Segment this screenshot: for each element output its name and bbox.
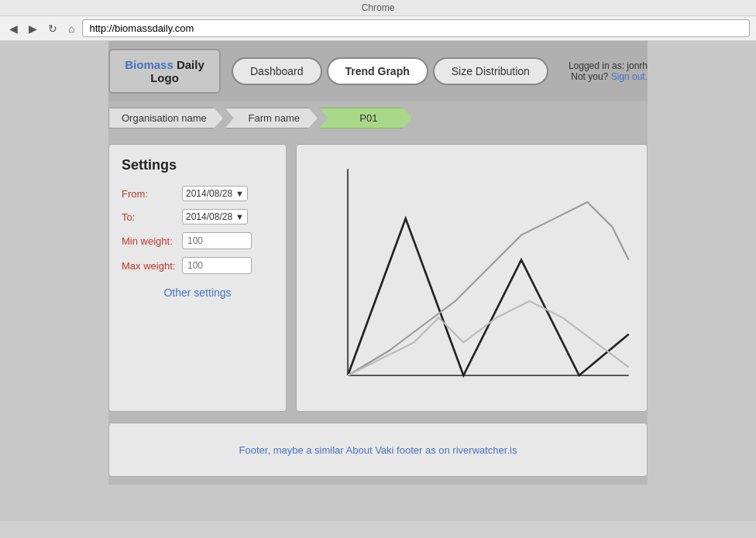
address-bar[interactable]	[82, 19, 750, 37]
browser-title: Chrome	[362, 2, 395, 13]
logo-box: Biomass Daily Logo	[108, 49, 221, 94]
footer-bottom: Footer, maybe a similar About Vaki foote…	[108, 423, 648, 485]
to-label: To:	[122, 211, 177, 223]
from-date-value: 2014/08/28	[186, 188, 232, 199]
breadcrumb-pen[interactable]: P01	[319, 108, 412, 129]
min-weight-input[interactable]	[182, 232, 252, 249]
browser-toolbar: ◀ ▶ ↻ ⌂	[0, 16, 756, 41]
to-date-value: 2014/08/28	[186, 211, 232, 222]
sign-out-link[interactable]: Sign out.	[611, 71, 648, 82]
settings-min-weight-row: Min weight:	[122, 232, 273, 249]
from-date-select[interactable]: 2014/08/28 ▼	[182, 186, 248, 201]
settings-panel: Settings From: 2014/08/28 ▼ To: 2014/08/…	[108, 144, 287, 412]
footer-text: Footer, maybe a similar About Vaki foote…	[239, 444, 517, 456]
nav-tabs: Dashboard Trend Graph Size Distribution	[232, 57, 561, 85]
user-sign-out: Not you? Sign out.	[569, 71, 648, 82]
trend-chart	[304, 152, 639, 400]
breadcrumb-org[interactable]: Organisation name	[108, 108, 223, 129]
user-logged-in-text: Logged in as: jonrh	[569, 60, 648, 71]
logo-text-daily: Daily	[177, 58, 204, 71]
from-date-arrow[interactable]: ▼	[235, 189, 244, 198]
browser-titlebar: Chrome	[0, 0, 756, 16]
home-button[interactable]: ⌂	[65, 21, 77, 36]
back-button[interactable]: ◀	[6, 21, 21, 36]
settings-to-row: To: 2014/08/28 ▼	[122, 209, 273, 224]
other-settings-link[interactable]: Other settings	[122, 286, 273, 299]
site-footer: Footer, maybe a similar About Vaki foote…	[108, 423, 648, 477]
settings-from-row: From: 2014/08/28 ▼	[122, 186, 273, 201]
to-date-select[interactable]: 2014/08/28 ▼	[182, 209, 248, 224]
max-weight-input[interactable]	[182, 257, 252, 274]
user-info: Logged in as: jonrh Not you? Sign out.	[569, 60, 648, 82]
page-wrapper: Biomass Daily Logo Dashboard Trend Graph…	[0, 41, 756, 521]
breadcrumb-bar: Organisation name Farm name P01	[108, 101, 648, 136]
tab-trend-graph[interactable]: Trend Graph	[327, 57, 428, 85]
settings-title: Settings	[122, 157, 273, 173]
refresh-button[interactable]: ↻	[45, 21, 60, 36]
max-weight-label: Max weight:	[122, 260, 177, 272]
min-weight-label: Min weight:	[122, 235, 177, 247]
logo-text-logo: Logo	[150, 71, 179, 84]
settings-max-weight-row: Max weight:	[122, 257, 273, 274]
breadcrumb-farm[interactable]: Farm name	[225, 108, 318, 129]
to-date-arrow[interactable]: ▼	[235, 212, 244, 221]
forward-button[interactable]: ▶	[26, 21, 40, 36]
from-label: From:	[122, 188, 177, 200]
logo-text-biomass: Biomass	[125, 58, 177, 71]
tab-dashboard[interactable]: Dashboard	[232, 57, 322, 85]
chart-panel	[296, 144, 648, 412]
site-header: Biomass Daily Logo Dashboard Trend Graph…	[108, 41, 648, 101]
content-area: Settings From: 2014/08/28 ▼ To: 2014/08/…	[108, 136, 648, 423]
tab-size-distribution[interactable]: Size Distribution	[433, 57, 548, 85]
